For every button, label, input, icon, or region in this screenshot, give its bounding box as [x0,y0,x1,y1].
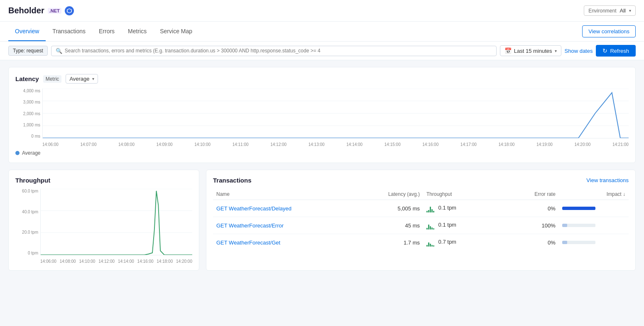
main-content: Latency Metric Average ▾ 4,000 ms 3,000 … [0,60,644,277]
throughput-sparkline [426,238,434,247]
transactions-table: Name Latency (avg.) Throughput Error rat… [213,189,629,251]
x-label-2: 14:07:00 [81,142,97,147]
transactions-title: Transactions [213,177,252,184]
table-row: GET WeatherForecast/Error 45 ms 0 [213,217,629,234]
y-label-3000: 3,000 ms [15,100,40,104]
x-label-10: 14:15:00 [384,142,401,147]
chevron-down-icon: ▾ [629,8,631,13]
latency-card: Latency Metric Average ▾ 4,000 ms 3,000 … [8,67,636,163]
view-correlations-button[interactable]: View correlations [582,25,636,37]
tp-y-2: 40.0 tpm [15,210,38,214]
bottom-section: Throughput 60.0 tpm 40.0 tpm 20.0 tpm 0 … [8,170,636,271]
tx-name-link[interactable]: GET WeatherForecast/Get [216,240,280,246]
dotnet-badge: .NET [48,8,61,14]
tx-impact [559,234,629,251]
tx-error-rate: 0% [510,200,559,217]
throughput-header: Throughput [15,177,192,184]
refresh-button[interactable]: ↻ Refresh [596,45,636,57]
x-label-9: 14:14:00 [346,142,362,147]
tp-x-8: 14:20:00 [176,259,192,264]
legend-label: Average [22,150,40,156]
metric-label: Metric [43,75,62,83]
impact-bar-container [562,207,595,210]
tx-throughput: 0.7 tpm [423,234,510,251]
tp-y-3: 20.0 tpm [15,230,38,235]
latency-plot [42,89,629,138]
kubernetes-icon [66,8,72,14]
latency-chart-header: Latency Metric Average ▾ [15,74,629,84]
tx-latency: 5,005 ms [356,200,423,217]
impact-bar-container [562,241,595,244]
search-container: 🔍 [51,46,497,56]
transactions-card: Transactions View transactions Name Late… [206,170,636,271]
x-label-7: 14:12:00 [270,142,286,147]
transactions-header: Transactions View transactions [213,177,629,184]
refresh-icon: ↻ [602,47,607,54]
time-range-selector[interactable]: 📅 Last 15 minutes ▾ [500,45,561,56]
latency-chart-area: 4,000 ms 3,000 ms 2,000 ms 1,000 ms 0 ms [15,89,629,147]
col-latency: Latency (avg.) [356,189,423,200]
impact-bar [562,224,567,227]
nav: Overview Transactions Errors Metrics Ser… [0,22,644,42]
search-input[interactable] [65,48,492,54]
time-range-value: Last 15 minutes [514,48,552,54]
tp-x-7: 14:18:00 [157,259,173,264]
metric-dropdown[interactable]: Average ▾ [66,74,98,84]
x-label-8: 14:13:00 [309,142,325,147]
tab-service-map[interactable]: Service Map [153,22,199,41]
tx-name-cell: GET WeatherForecast/Get [213,234,356,251]
tx-name-cell: GET WeatherForecast/Delayed [213,200,356,217]
tab-overview[interactable]: Overview [8,22,46,41]
tx-error-rate: 100% [510,217,559,234]
tx-throughput: 0.1 tpm [423,217,510,234]
latency-legend: Average [15,150,629,156]
y-label-0: 0 ms [15,134,40,138]
environment-selector[interactable]: Environment All ▾ [584,5,636,16]
x-label-3: 14:08:00 [118,142,135,147]
tab-transactions[interactable]: Transactions [46,22,92,41]
tab-errors[interactable]: Errors [92,22,121,41]
chevron-down-icon: ▾ [555,49,557,53]
view-transactions-button[interactable]: View transactions [586,177,629,183]
impact-bar [562,241,567,244]
throughput-chart-area: 60.0 tpm 40.0 tpm 20.0 tpm 0 tpm 14:0 [15,189,192,264]
x-label-1: 14:06:00 [42,142,59,147]
table-header-row: Name Latency (avg.) Throughput Error rat… [213,189,629,200]
tx-impact [559,200,629,217]
latency-x-labels: 14:06:00 14:07:00 14:08:00 14:09:00 14:1… [42,142,629,147]
header-left: Beholder .NET [8,6,74,15]
x-label-13: 14:18:00 [498,142,514,147]
y-label-1000: 1,000 ms [15,123,40,127]
table-row: GET WeatherForecast/Delayed 5,005 ms [213,200,629,217]
throughput-title: Throughput [15,177,50,184]
impact-bar-container [562,224,595,227]
throughput-svg [41,189,192,255]
throughput-sparkline [426,204,434,212]
tx-throughput: 0.1 tpm [423,200,510,217]
x-label-16: 14:21:00 [612,142,629,147]
tx-impact [559,217,629,234]
tx-name-link[interactable]: GET WeatherForecast/Delayed [216,205,291,212]
app-name: Beholder [8,6,44,15]
x-label-12: 14:17:00 [460,142,477,147]
chevron-down-icon: ▾ [92,77,94,81]
col-impact: Impact ↓ [559,189,629,200]
tab-metrics[interactable]: Metrics [121,22,153,41]
calendar-icon: 📅 [504,47,512,54]
x-label-6: 14:11:00 [233,142,249,147]
latency-y-labels: 4,000 ms 3,000 ms 2,000 ms 1,000 ms 0 ms [15,89,40,138]
latency-svg [43,89,629,138]
tx-name-link[interactable]: GET WeatherForecast/Error [216,222,284,229]
throughput-plot [40,189,192,255]
search-icon: 🔍 [56,48,62,54]
show-dates-button[interactable]: Show dates [565,48,593,54]
tx-latency: 1.7 ms [356,234,423,251]
col-name: Name [213,189,356,200]
legend-dot [15,151,20,155]
refresh-label: Refresh [610,48,629,54]
throughput-x-labels: 14:06:00 14:08:00 14:10:00 14:12:00 14:1… [40,259,192,264]
latency-title: Latency [15,75,39,82]
throughput-y-labels: 60.0 tpm 40.0 tpm 20.0 tpm 0 tpm [15,189,38,255]
x-label-4: 14:09:00 [157,142,173,147]
y-label-2000: 2,000 ms [15,111,40,116]
